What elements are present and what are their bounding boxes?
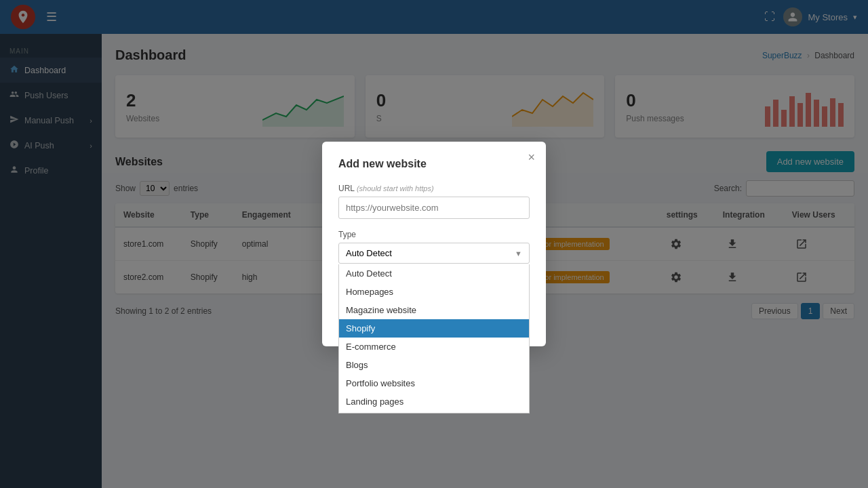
modal-overlay[interactable]: Add new website × URL (should start with… bbox=[0, 0, 868, 488]
modal-title: Add new website bbox=[338, 158, 530, 170]
type-selected-value: Auto Detect bbox=[346, 248, 392, 258]
type-chevron-icon: ▼ bbox=[515, 249, 522, 258]
type-select-display[interactable]: Auto Detect ▼ bbox=[338, 243, 530, 264]
add-website-modal: Add new website × URL (should start with… bbox=[322, 142, 546, 346]
type-select-wrapper: Auto Detect ▼ Auto Detect Homepages Maga… bbox=[338, 243, 530, 264]
url-input[interactable] bbox=[338, 197, 530, 219]
option-shopify[interactable]: Shopify bbox=[339, 319, 529, 338]
url-label: URL (should start with https) bbox=[338, 184, 530, 193]
url-form-group: URL (should start with https) bbox=[338, 184, 530, 219]
type-form-group: Type Auto Detect ▼ Auto Detect Homepages… bbox=[338, 230, 530, 264]
option-social[interactable]: Social media bbox=[339, 411, 529, 413]
type-dropdown-list: Auto Detect Homepages Magazine website S… bbox=[338, 264, 530, 413]
option-blogs[interactable]: Blogs bbox=[339, 356, 529, 374]
option-portfolio[interactable]: Portfolio websites bbox=[339, 374, 529, 392]
option-magazine[interactable]: Magazine website bbox=[339, 301, 529, 319]
option-ecommerce[interactable]: E-commerce bbox=[339, 338, 529, 356]
option-landing[interactable]: Landing pages bbox=[339, 392, 529, 411]
option-auto-detect[interactable]: Auto Detect bbox=[339, 264, 529, 283]
type-label: Type bbox=[338, 230, 530, 239]
option-homepages[interactable]: Homepages bbox=[339, 283, 529, 301]
modal-close-button[interactable]: × bbox=[528, 151, 535, 163]
